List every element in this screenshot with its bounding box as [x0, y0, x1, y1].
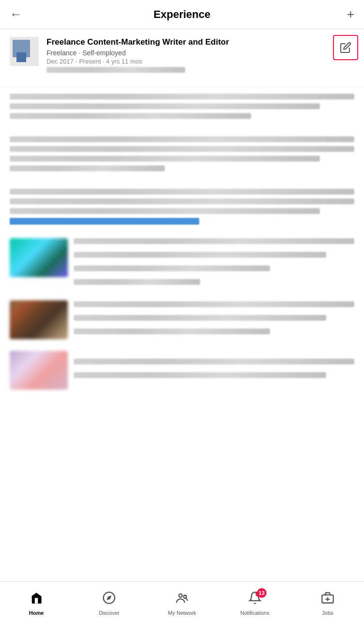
jobs-label: Jobs: [322, 610, 333, 616]
discover-icon: [102, 591, 116, 608]
page-title: Experience: [154, 8, 210, 21]
jobs-icon: [321, 591, 334, 608]
blur-line: [74, 372, 326, 378]
blurred-entry-text: [74, 238, 354, 289]
blur-line: [74, 252, 326, 258]
blur-line: [10, 189, 354, 195]
jobs-icon-svg: [321, 591, 334, 605]
svg-point-2: [179, 594, 182, 597]
notifications-label: Notifications: [240, 610, 269, 616]
blur-line: [10, 146, 354, 152]
nav-jobs[interactable]: Jobs: [291, 582, 364, 625]
blurred-entry-text: [74, 300, 354, 339]
divider-1: [0, 86, 364, 87]
thumbnail-photo: [10, 300, 68, 339]
nav-discover[interactable]: Discover: [73, 582, 145, 625]
blur-line: [10, 165, 165, 171]
home-icon: [30, 591, 43, 608]
blur-line: [10, 94, 354, 99]
blur-line: [74, 265, 270, 271]
blue-link-bar: [10, 218, 199, 225]
edit-icon: [340, 42, 351, 53]
company-logo: [10, 37, 39, 66]
blur-line: [10, 208, 320, 214]
blur-line: [74, 315, 326, 321]
nav-notifications[interactable]: 13 Notifications: [219, 582, 291, 625]
nav-my-network[interactable]: My Network: [145, 582, 218, 625]
notification-badge: 13: [257, 588, 267, 598]
blurred-entry-purple: [0, 346, 364, 395]
notifications-icon: 13: [248, 591, 262, 608]
content-area: Freelance Content-Marketing Writer and E…: [0, 29, 364, 445]
thumbnail-green: [10, 238, 68, 277]
blur-line: [10, 156, 320, 162]
logo-block-2: [16, 52, 26, 62]
blur-line: [10, 198, 354, 204]
blur-line: [10, 103, 320, 109]
my-network-icon-svg: [175, 591, 189, 605]
svg-point-3: [183, 595, 186, 598]
blurred-entry-green: [0, 233, 364, 294]
experience-entry: Freelance Content-Marketing Writer and E…: [0, 29, 364, 84]
blur-line: [10, 136, 354, 142]
my-network-label: My Network: [168, 610, 196, 616]
entry-info: Freelance Content-Marketing Writer and E…: [47, 37, 354, 77]
blur-line: [74, 238, 354, 244]
back-button[interactable]: ←: [10, 7, 29, 22]
edit-button[interactable]: [333, 35, 358, 60]
thumbnail-purple: [10, 351, 68, 390]
blurred-entry-photo: [0, 296, 364, 344]
discover-label: Discover: [99, 610, 120, 616]
my-network-icon: [175, 591, 189, 608]
employment-type: Freelance · Self-employed: [47, 49, 354, 57]
blurred-section-3: [0, 184, 364, 230]
blur-line: [10, 113, 251, 119]
add-button[interactable]: +: [335, 7, 354, 22]
header: ← Experience +: [0, 0, 364, 29]
location-blurred: [47, 67, 185, 73]
home-icon-svg: [30, 591, 43, 605]
home-label: Home: [29, 610, 44, 616]
discover-icon-svg: [102, 591, 116, 605]
blur-line: [74, 279, 200, 285]
bottom-nav: Home Discover My Network: [0, 581, 364, 625]
blur-line: [74, 359, 354, 364]
svg-marker-1: [107, 595, 111, 600]
blur-line: [74, 329, 270, 334]
nav-home[interactable]: Home: [0, 582, 73, 625]
blurred-entry-text: [74, 351, 354, 390]
date-range: Dec 2017 - Present · 4 yrs 11 mos: [47, 58, 354, 65]
blurred-section-2: [0, 132, 364, 180]
blur-line: [74, 301, 354, 307]
blurred-section-1: [0, 89, 364, 128]
job-title: Freelance Content-Marketing Writer and E…: [47, 37, 354, 48]
